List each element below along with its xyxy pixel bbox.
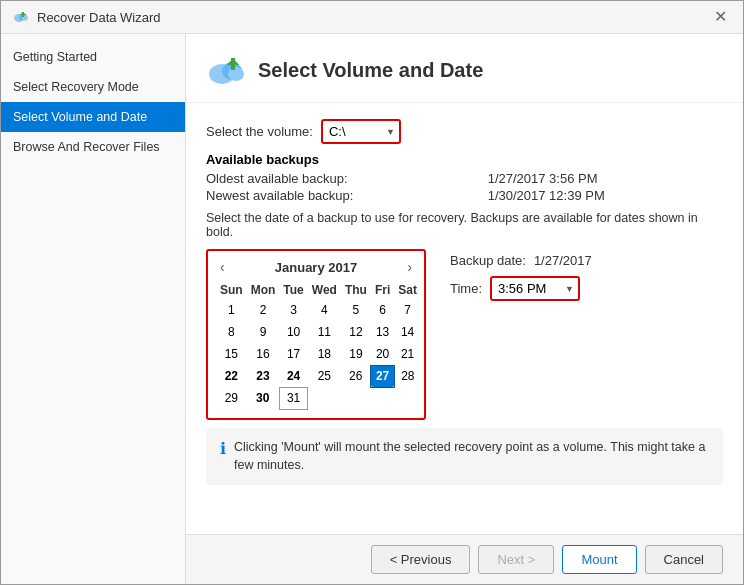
calendar-day[interactable]: 29 xyxy=(216,387,247,409)
calendar-day xyxy=(341,387,371,409)
calendar-day[interactable]: 7 xyxy=(394,299,421,321)
calendar-day[interactable]: 23 xyxy=(247,365,280,387)
day-header-sun: Sun xyxy=(216,281,247,299)
calendar-day[interactable]: 19 xyxy=(341,343,371,365)
calendar-week-3: 15161718192021 xyxy=(216,343,421,365)
calendar: ‹ January 2017 › Sun Mon Tue Wed xyxy=(206,249,426,420)
calendar-day[interactable]: 21 xyxy=(394,343,421,365)
newest-label: Newest available backup: xyxy=(206,188,472,203)
page-title: Select Volume and Date xyxy=(258,59,483,82)
calendar-day[interactable]: 3 xyxy=(279,299,307,321)
calendar-day[interactable]: 31 xyxy=(279,387,307,409)
calendar-day[interactable]: 18 xyxy=(308,343,341,365)
available-backups-title: Available backups xyxy=(206,152,723,167)
info-notice: ℹ Clicking 'Mount' will mount the select… xyxy=(206,428,723,486)
cancel-button[interactable]: Cancel xyxy=(645,545,723,574)
calendar-day[interactable]: 10 xyxy=(279,321,307,343)
oldest-label: Oldest available backup: xyxy=(206,171,472,186)
calendar-day[interactable]: 30 xyxy=(247,387,280,409)
volume-select[interactable]: C:\ D:\ E:\ xyxy=(321,119,401,144)
sidebar-item-getting-started[interactable]: Getting Started xyxy=(1,42,185,72)
header-icon xyxy=(206,50,246,90)
calendar-day[interactable]: 4 xyxy=(308,299,341,321)
day-header-sat: Sat xyxy=(394,281,421,299)
backup-date-value: 1/27/2017 xyxy=(534,253,592,268)
close-button[interactable]: ✕ xyxy=(710,9,731,25)
volume-row: Select the volume: C:\ D:\ E:\ xyxy=(206,119,723,144)
calendar-day[interactable]: 1 xyxy=(216,299,247,321)
calendar-month: January 2017 xyxy=(275,260,357,275)
app-icon xyxy=(13,9,29,25)
day-header-fri: Fri xyxy=(371,281,394,299)
svg-rect-4 xyxy=(22,12,24,17)
day-header-thu: Thu xyxy=(341,281,371,299)
calendar-day[interactable]: 6 xyxy=(371,299,394,321)
calendar-day[interactable]: 2 xyxy=(247,299,280,321)
next-month-button[interactable]: › xyxy=(403,259,416,275)
backup-info: Oldest available backup: 1/27/2017 3:56 … xyxy=(206,171,723,203)
calendar-day-headers: Sun Mon Tue Wed Thu Fri Sat xyxy=(216,281,421,299)
calendar-day[interactable]: 12 xyxy=(341,321,371,343)
sidebar-item-volume-date[interactable]: Select Volume and Date xyxy=(1,102,185,132)
calendar-day[interactable]: 27 xyxy=(371,365,394,387)
day-header-tue: Tue xyxy=(279,281,307,299)
calendar-day[interactable]: 26 xyxy=(341,365,371,387)
calendar-week-1: 1234567 xyxy=(216,299,421,321)
backup-date-row: Backup date: 1/27/2017 xyxy=(450,253,592,268)
time-row: Time: 3:56 PM 12:39 PM xyxy=(450,276,592,301)
mount-button[interactable]: Mount xyxy=(562,545,636,574)
sidebar-item-recovery-mode[interactable]: Select Recovery Mode xyxy=(1,72,185,102)
calendar-week-5: 293031 xyxy=(216,387,421,409)
previous-button[interactable]: < Previous xyxy=(371,545,471,574)
main-body: Select the volume: C:\ D:\ E:\ Available… xyxy=(186,103,743,534)
calendar-day[interactable]: 17 xyxy=(279,343,307,365)
instruction-text: Select the date of a backup to use for r… xyxy=(206,211,723,239)
oldest-value: 1/27/2017 3:56 PM xyxy=(488,171,723,186)
time-select-wrapper: 3:56 PM 12:39 PM xyxy=(490,276,580,301)
side-info: Backup date: 1/27/2017 Time: 3:56 PM 12:… xyxy=(450,253,592,301)
calendar-day[interactable]: 15 xyxy=(216,343,247,365)
footer: < Previous Next > Mount Cancel xyxy=(186,534,743,584)
calendar-week-4: 22232425262728 xyxy=(216,365,421,387)
calendar-body: 1234567891011121314151617181920212223242… xyxy=(216,299,421,409)
calendar-day[interactable]: 28 xyxy=(394,365,421,387)
calendar-day[interactable]: 22 xyxy=(216,365,247,387)
day-header-wed: Wed xyxy=(308,281,341,299)
calendar-day[interactable]: 14 xyxy=(394,321,421,343)
main-header: Select Volume and Date xyxy=(186,34,743,103)
calendar-header: ‹ January 2017 › xyxy=(216,259,416,275)
title-bar: Recover Data Wizard ✕ xyxy=(1,1,743,34)
sidebar: Getting Started Select Recovery Mode Sel… xyxy=(1,34,186,584)
svg-rect-9 xyxy=(231,58,235,70)
calendar-day[interactable]: 13 xyxy=(371,321,394,343)
calendar-day xyxy=(394,387,421,409)
prev-month-button[interactable]: ‹ xyxy=(216,259,229,275)
backup-date-label: Backup date: xyxy=(450,253,526,268)
time-select[interactable]: 3:56 PM 12:39 PM xyxy=(490,276,580,301)
calendar-week-2: 891011121314 xyxy=(216,321,421,343)
info-text: Clicking 'Mount' will mount the selected… xyxy=(234,438,709,476)
calendar-day[interactable]: 20 xyxy=(371,343,394,365)
calendar-day[interactable]: 5 xyxy=(341,299,371,321)
window-title: Recover Data Wizard xyxy=(37,10,161,25)
svg-point-7 xyxy=(228,67,244,81)
calendar-day[interactable]: 11 xyxy=(308,321,341,343)
info-icon: ℹ xyxy=(220,439,226,458)
next-button[interactable]: Next > xyxy=(478,545,554,574)
calendar-day xyxy=(308,387,341,409)
window: Recover Data Wizard ✕ Getting Started Se… xyxy=(0,0,744,585)
calendar-day[interactable]: 9 xyxy=(247,321,280,343)
calendar-day[interactable]: 25 xyxy=(308,365,341,387)
volume-select-wrapper: C:\ D:\ E:\ xyxy=(321,119,401,144)
calendar-day[interactable]: 16 xyxy=(247,343,280,365)
calendar-day[interactable]: 8 xyxy=(216,321,247,343)
time-label: Time: xyxy=(450,281,482,296)
volume-label: Select the volume: xyxy=(206,124,313,139)
day-header-mon: Mon xyxy=(247,281,280,299)
main-area: Select Volume and Date Select the volume… xyxy=(186,34,743,584)
calendar-grid: Sun Mon Tue Wed Thu Fri Sat 123 xyxy=(216,281,421,410)
newest-value: 1/30/2017 12:39 PM xyxy=(488,188,723,203)
calendar-day[interactable]: 24 xyxy=(279,365,307,387)
sidebar-item-browse-recover[interactable]: Browse And Recover Files xyxy=(1,132,185,162)
calendar-day xyxy=(371,387,394,409)
